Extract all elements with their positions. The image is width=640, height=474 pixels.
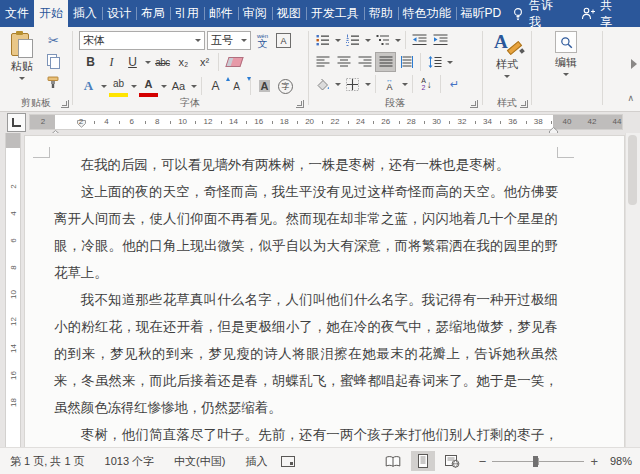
zoom-slider-thumb[interactable] bbox=[533, 456, 538, 467]
character-border-button[interactable]: A bbox=[274, 32, 293, 50]
chevron-down-icon[interactable] bbox=[161, 85, 167, 88]
zoom-slider[interactable] bbox=[492, 461, 584, 462]
copy-button[interactable] bbox=[44, 52, 63, 70]
character-shading-button[interactable]: A bbox=[255, 77, 274, 95]
numbering-button[interactable] bbox=[343, 31, 362, 49]
align-left-button[interactable] bbox=[313, 53, 332, 71]
editing-button[interactable]: 编辑 bbox=[546, 31, 586, 76]
horizontal-ruler[interactable]: 2246810121416182022242628303234363840424… bbox=[30, 115, 622, 129]
vertical-scrollbar[interactable] bbox=[625, 133, 640, 448]
ribbon-scroll-right-button[interactable] bbox=[631, 59, 637, 69]
tab-foxit[interactable]: 福昕PD bbox=[456, 0, 507, 27]
status-page-info[interactable]: 第 1 页, 共 1 页 bbox=[0, 454, 95, 469]
ruler-number: 4 bbox=[9, 207, 18, 221]
zoom-percentage[interactable]: 98% bbox=[604, 455, 632, 467]
phonetic-guide-button[interactable]: wén 文 bbox=[253, 32, 272, 50]
chevron-down-icon[interactable] bbox=[191, 85, 197, 88]
styles-dialog-launcher[interactable] bbox=[520, 100, 528, 108]
cut-button[interactable]: ✂ bbox=[44, 31, 63, 49]
bold-button[interactable]: B bbox=[81, 53, 100, 71]
chevron-down-icon[interactable] bbox=[447, 61, 453, 64]
paragraph-dialog-launcher[interactable] bbox=[470, 100, 478, 108]
tab-stop-selector[interactable] bbox=[7, 113, 26, 132]
share-button[interactable]: 共享 bbox=[575, 0, 630, 31]
italic-button[interactable]: I bbox=[102, 53, 121, 71]
web-layout-button[interactable] bbox=[441, 451, 465, 471]
document-text[interactable]: 在我的后园，可以看见墙外有两株树，一株是枣树，还有一株也是枣树。这上面的夜的天空… bbox=[54, 151, 558, 448]
status-word-count[interactable]: 1013 个字 bbox=[95, 454, 165, 469]
change-case-button[interactable]: Aa bbox=[169, 77, 188, 95]
line-spacing-button[interactable] bbox=[425, 53, 444, 71]
zoom-out-button[interactable]: − bbox=[479, 455, 487, 468]
styles-button[interactable]: A 样式 bbox=[487, 31, 527, 78]
status-language[interactable]: 中文(中国) bbox=[164, 454, 235, 469]
chevron-down-icon[interactable] bbox=[395, 39, 401, 42]
paste-button[interactable]: 粘贴 bbox=[2, 31, 42, 80]
chevron-down-icon[interactable] bbox=[365, 83, 371, 86]
tab-home[interactable]: 开始 bbox=[34, 0, 68, 27]
print-layout-button[interactable] bbox=[411, 451, 435, 471]
read-mode-button[interactable] bbox=[381, 451, 405, 471]
clear-formatting-button[interactable] bbox=[223, 53, 243, 71]
borders-button[interactable] bbox=[343, 75, 362, 93]
grow-font-button[interactable]: A bbox=[206, 77, 225, 95]
font-size-combobox[interactable]: 五号 bbox=[207, 31, 251, 50]
underline-button[interactable]: U bbox=[123, 53, 142, 71]
strikethrough-button[interactable]: abc bbox=[153, 53, 172, 71]
chevron-down-icon[interactable] bbox=[402, 83, 408, 86]
sort-button[interactable]: A 2 ↓ bbox=[417, 75, 436, 93]
tab-help[interactable]: 帮助 bbox=[364, 0, 398, 27]
show-hide-marks-button[interactable]: ↵ bbox=[445, 75, 464, 93]
increase-indent-button[interactable] bbox=[431, 31, 450, 49]
bullets-button[interactable] bbox=[313, 31, 332, 49]
clipboard-dialog-launcher[interactable] bbox=[61, 100, 69, 108]
superscript-button[interactable]: x² bbox=[195, 53, 214, 71]
highlight-color-button[interactable]: ab bbox=[109, 75, 128, 97]
font-name-combobox[interactable]: 宋体 bbox=[79, 31, 205, 50]
tab-developer[interactable]: 开发工具 bbox=[306, 0, 364, 27]
paragraph[interactable]: 我不知道那些花草真叫什么名字，人们叫他们什么名字。我记得有一种开过极细小的粉红花… bbox=[54, 286, 558, 421]
macro-record-icon[interactable] bbox=[281, 456, 295, 467]
scrollbar-thumb[interactable] bbox=[628, 135, 637, 205]
paragraph[interactable]: 在我的后园，可以看见墙外有两株树，一株是枣树，还有一株也是枣树。 bbox=[54, 151, 558, 178]
text-effects-button[interactable]: A bbox=[79, 77, 98, 95]
chevron-down-icon[interactable] bbox=[145, 61, 151, 64]
tab-layout[interactable]: 布局 bbox=[136, 0, 170, 27]
status-insert-mode[interactable]: 插入 bbox=[235, 454, 277, 469]
tab-mailings[interactable]: 邮件 bbox=[204, 0, 238, 27]
ruler-tick bbox=[449, 121, 450, 124]
shading-button[interactable] bbox=[313, 75, 332, 93]
align-right-button[interactable] bbox=[355, 53, 374, 71]
align-center-button[interactable] bbox=[334, 53, 353, 71]
tell-me-button[interactable]: 告诉我 bbox=[506, 0, 571, 31]
decrease-indent-button[interactable] bbox=[410, 31, 429, 49]
enclose-characters-button[interactable]: 字 bbox=[276, 77, 295, 95]
distributed-button[interactable] bbox=[397, 53, 416, 71]
tab-view[interactable]: 视图 bbox=[272, 0, 306, 27]
asian-layout-button[interactable]: ↔ A bbox=[380, 75, 399, 93]
zoom-in-button[interactable]: + bbox=[590, 455, 598, 468]
document-page[interactable]: 在我的后园，可以看见墙外有两株树，一株是枣树，还有一株也是枣树。这上面的夜的天空… bbox=[24, 135, 625, 448]
subscript-button[interactable]: x₂ bbox=[174, 53, 193, 71]
chevron-down-icon[interactable] bbox=[335, 39, 341, 42]
chevron-down-icon[interactable] bbox=[131, 85, 137, 88]
tab-file[interactable]: 文件 bbox=[0, 0, 34, 27]
tab-design[interactable]: 设计 bbox=[102, 0, 136, 27]
justify-button[interactable] bbox=[376, 53, 395, 71]
paragraph[interactable]: 这上面的夜的天空，奇怪而高，我生平没有见过这样奇怪而高的天空。他仿佛要离开人间而… bbox=[54, 178, 558, 286]
paragraph[interactable]: 枣树，他们简直落尽了叶子。先前，还有一两个孩子来打他们别人打剩的枣子，现在是一个… bbox=[54, 421, 558, 448]
font-color-button[interactable]: A bbox=[139, 75, 158, 97]
shrink-font-button[interactable]: A bbox=[227, 77, 246, 95]
multilevel-list-button[interactable] bbox=[373, 31, 392, 49]
tab-review[interactable]: 审阅 bbox=[238, 0, 272, 27]
chevron-down-icon[interactable] bbox=[335, 83, 341, 86]
format-painter-button[interactable] bbox=[44, 73, 63, 91]
tab-special[interactable]: 特色功能 bbox=[398, 0, 456, 27]
vertical-ruler[interactable]: 24681012141618 bbox=[6, 133, 20, 448]
chevron-down-icon[interactable] bbox=[101, 85, 107, 88]
tab-references[interactable]: 引用 bbox=[170, 0, 204, 27]
chevron-down-icon[interactable] bbox=[365, 39, 371, 42]
font-dialog-launcher[interactable] bbox=[296, 100, 304, 108]
collapse-ribbon-button[interactable]: ∧ bbox=[627, 93, 634, 103]
tab-insert[interactable]: 插入 bbox=[68, 0, 102, 27]
